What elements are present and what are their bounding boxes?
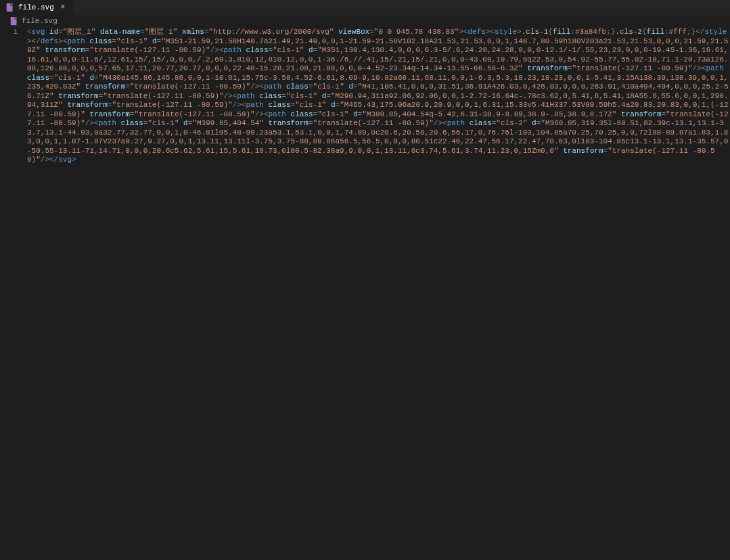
breadcrumb-label[interactable]: file.svg	[22, 17, 58, 25]
line-gutter: 1	[0, 27, 27, 560]
code-area[interactable]: <svg id="图层_1" data-name="图层 1" xmlns="h…	[27, 27, 730, 560]
svg-rect-0	[7, 3, 13, 11]
tab-file-svg[interactable]: file.svg ×	[0, 0, 74, 15]
svg-rect-1	[11, 17, 17, 25]
close-icon[interactable]: ×	[58, 2, 68, 13]
tab-label: file.svg	[18, 3, 54, 11]
tab-bar: file.svg ×	[0, 0, 730, 15]
svg-file-icon	[9, 16, 19, 26]
editor: 1 <svg id="图层_1" data-name="图层 1" xmlns=…	[0, 27, 730, 560]
svg-file-icon	[5, 3, 15, 12]
line-number: 1	[0, 28, 18, 37]
breadcrumb: file.svg	[0, 15, 730, 27]
